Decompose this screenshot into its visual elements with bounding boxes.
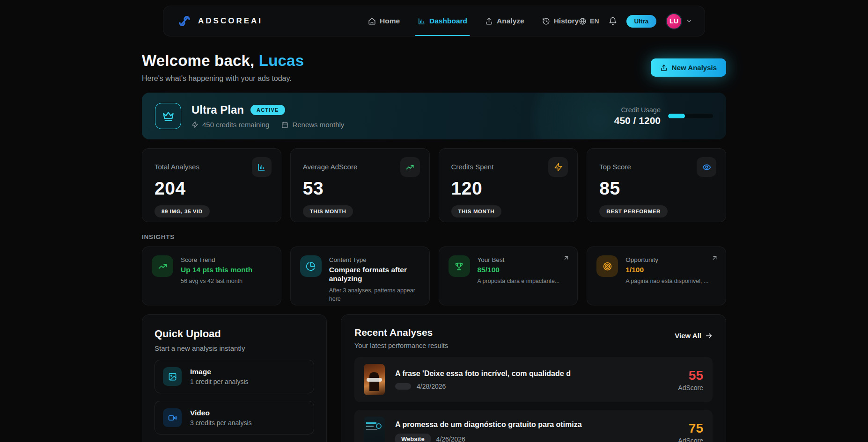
user-name: Lucas [259,52,304,69]
bottom-row: Quick Upload Start a new analysis instan… [142,314,726,442]
thumbnail-detail [366,429,377,430]
insight-card-opportunity[interactable]: Opportunity 1/100 A página não está disp… [587,246,726,305]
option-label: Image [190,368,249,376]
welcome-text: Welcome back, Lucas Here's what's happen… [142,52,304,83]
plan-title: Ultra Plan [191,103,244,116]
analysis-thumbnail [364,417,385,442]
insight-title: Content Type [329,256,420,263]
recent-item[interactable]: A promessa de um diagnóstico gratuito pa… [354,410,713,442]
recent-analyses-panel: Recent Analyses Your latest performance … [341,314,726,442]
home-icon [368,17,376,25]
logo-icon [177,14,191,28]
insight-detail: After 3 analyses, patterns appear here [329,286,420,303]
renewal-info: Renews monthly [281,121,344,129]
upload-icon [660,64,668,72]
chevron-down-icon [686,18,692,24]
language-label: EN [590,17,599,25]
nav-item-history[interactable]: History [542,6,579,36]
insight-card-your-best[interactable]: Your Best 85/100 A proposta clara e impa… [439,246,578,305]
stat-value: 204 [154,178,269,199]
new-analysis-label: New Analysis [672,64,717,72]
adscore-value: 55 [678,368,703,383]
stat-card-credits-spent: Credits Spent 120 THIS MONTH [439,148,578,222]
video-icon [168,413,177,422]
analysis-type-badge: Website [395,434,431,442]
globe-icon [579,17,587,25]
thumbnail-detail [366,422,376,424]
language-selector[interactable]: EN [579,17,599,25]
insight-detail: 56 avg vs 42 last month [181,277,252,285]
stats-row: Total Analyses 204 89 IMG, 35 VID Averag… [142,148,726,222]
quick-upload-subtitle: Start a new analysis instantly [154,344,314,352]
trending-up-icon [405,163,414,172]
notifications-button[interactable] [609,17,617,25]
arrow-right-icon [705,332,713,340]
eye-icon [702,163,711,172]
stat-badge: 89 IMG, 35 VID [154,205,210,217]
nav-item-home[interactable]: Home [368,6,400,36]
bell-icon [609,17,617,25]
view-all-label: View All [675,332,701,340]
stat-badge: BEST PERFORMER [599,205,668,217]
plan-meta: 450 credits remaining Renews monthly [191,121,344,129]
brand-name: ADSCOREAI [198,16,263,26]
usage-value: 450 / 1200 [614,115,661,126]
upload-option-image[interactable]: Image 1 credit per analysis [154,360,314,393]
arrow-up-right-icon[interactable] [711,254,718,261]
lightning-icon [191,121,199,128]
page-subtitle: Here's what's happening with your ads to… [142,74,304,83]
analysis-date: 4/28/2026 [417,383,446,390]
thumbnail-detail [376,423,382,429]
arrow-up-right-icon[interactable] [563,254,570,261]
recent-title: Recent Analyses [354,327,448,338]
recent-item[interactable]: A frase 'Deixe essa foto incrível, com q… [354,357,713,402]
history-icon [542,17,550,25]
pie-chart-icon [306,261,316,271]
calendar-icon [281,121,288,128]
quick-upload-panel: Quick Upload Start a new analysis instan… [142,314,327,442]
avatar: LU [666,13,682,29]
insights-row: Score Trend Up 14 pts this month 56 avg … [142,246,726,305]
upload-icon [485,17,493,25]
user-menu[interactable]: LU [666,13,692,29]
insight-highlight: 1/100 [625,265,708,274]
stat-icon-box [697,157,716,177]
insight-detail: A proposta clara e impactante... [478,277,560,285]
crown-icon-box [155,103,181,129]
analysis-date: 4/26/2026 [436,435,465,442]
stat-icon-box [548,157,568,177]
insight-card-score-trend: Score Trend Up 14 pts this month 56 avg … [142,246,281,305]
crown-icon [162,110,175,123]
stat-label: Average AdScore [303,163,417,171]
brand[interactable]: ADSCOREAI [177,14,263,28]
stat-card-top-score: Top Score 85 BEST PERFORMER [587,148,726,222]
insight-icon-box [596,255,618,277]
new-analysis-button[interactable]: New Analysis [651,58,726,77]
insight-title: Score Trend [181,256,252,263]
nav-item-analyze[interactable]: Analyze [485,6,524,36]
insight-card-content-type: Content Type Compare formats after analy… [290,246,430,305]
insight-detail: A página não está disponível, ... [625,277,708,285]
lightning-icon [554,163,563,172]
insights-section-label: INSIGHTS [142,233,726,240]
stat-card-average-adscore: Average AdScore 53 THIS MONTH [290,148,430,222]
usage-progress-bar [668,114,713,118]
credit-usage: Credit Usage 450 / 1200 [614,106,713,126]
stat-badge: THIS MONTH [451,205,502,217]
insight-icon-box [300,255,322,277]
stat-card-total-analyses: Total Analyses 204 89 IMG, 35 VID [142,148,281,222]
nav-item-dashboard[interactable]: Dashboard [418,6,467,36]
adscore-value: 75 [678,421,703,436]
main-content: Welcome back, Lucas Here's what's happen… [142,52,726,442]
usage-label: Credit Usage [614,106,661,114]
upload-option-video[interactable]: Video 3 credits per analysis [154,401,314,435]
bar-chart-icon [418,17,426,25]
nav-item-label: History [554,17,579,25]
view-all-button[interactable]: View All [675,332,713,340]
status-badge: ACTIVE [250,105,285,115]
insight-highlight: Up 14 pts this month [181,265,252,274]
stat-icon-box [252,157,272,177]
quick-upload-title: Quick Upload [154,328,314,340]
plan-badge[interactable]: Ultra [626,15,657,28]
page-title: Welcome back, Lucas [142,52,304,70]
